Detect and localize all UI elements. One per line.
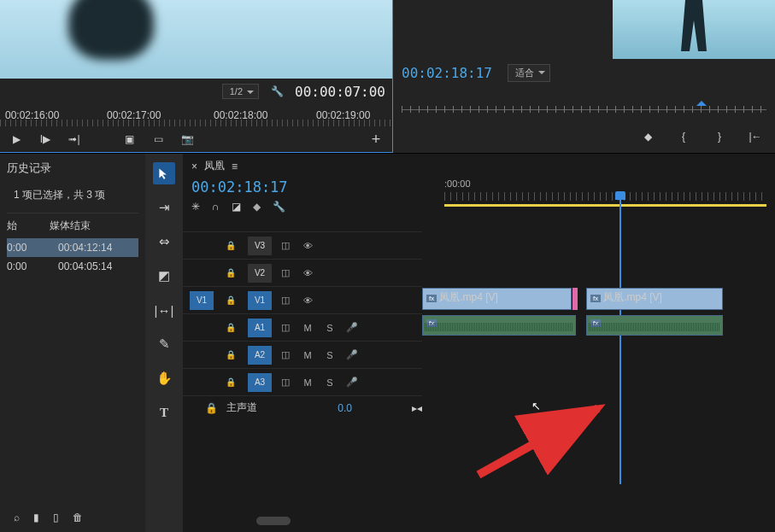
track-label[interactable]: A1	[248, 319, 272, 337]
ripple-edit-tool-icon[interactable]: ⇔	[153, 231, 175, 253]
play-icon[interactable]: ▶	[7, 130, 26, 149]
add-button-icon[interactable]: +	[367, 130, 385, 149]
overwrite-icon[interactable]: ▭	[149, 130, 167, 149]
history-title: 历史记录	[7, 161, 138, 176]
track-a1[interactable]: 🔒 A1 ◫ M S 🎤	[183, 313, 422, 341]
solo-button[interactable]: S	[321, 377, 338, 388]
pen-tool-icon[interactable]: ✎	[153, 333, 175, 355]
program-preview[interactable]	[613, 0, 775, 59]
master-track[interactable]: 🔒 主声道 0.0 ▸◂	[183, 395, 422, 419]
program-playhead-icon[interactable]	[696, 101, 707, 106]
tab-menu-icon[interactable]: ≡	[232, 161, 238, 172]
voice-over-icon[interactable]: 🎤	[343, 377, 361, 388]
media-header: 始 媒体结束	[7, 213, 138, 233]
source-preview[interactable]	[0, 0, 392, 79]
timeline-content[interactable]: fx凤凰.mp4 [V] fx凤凰.mp4 [V] fx fx	[422, 231, 775, 419]
toggle-output-icon[interactable]: 👁	[299, 268, 316, 278]
trash-icon[interactable]: 🗑	[73, 512, 83, 523]
track-label[interactable]: A2	[248, 346, 272, 365]
sync-lock-icon[interactable]: ◫	[277, 322, 294, 333]
audio-clip[interactable]: fx	[586, 315, 723, 336]
track-label[interactable]: A3	[248, 373, 272, 392]
hand-tool-icon[interactable]: ✋	[153, 367, 175, 389]
lock-icon[interactable]: 🔒	[219, 319, 243, 337]
snap-magnet-icon[interactable]: ∩	[212, 201, 220, 213]
lock-icon[interactable]: 🔒	[219, 264, 243, 283]
toggle-output-icon[interactable]: 👁	[299, 295, 316, 306]
list-item[interactable]: 0:00 00:04:12:14	[7, 238, 138, 257]
in-point-icon[interactable]: {	[674, 127, 693, 146]
track-headers: 🔒 V3 ◫ 👁 🔒 V2 ◫ 👁 V1 🔒 V1 ◫	[183, 231, 422, 419]
sync-lock-icon[interactable]: ◫	[277, 377, 294, 388]
track-select-tool-icon[interactable]: ⇥	[153, 196, 175, 219]
lock-icon[interactable]: 🔒	[205, 402, 218, 414]
insert-icon[interactable]: ▣	[120, 130, 138, 149]
program-timecode[interactable]: 00:02:18:17	[402, 65, 492, 81]
timeline-settings-icon[interactable]: 🔧	[273, 201, 285, 213]
search-icon[interactable]: ⌕	[14, 512, 20, 523]
voice-over-icon[interactable]: 🎤	[343, 349, 361, 360]
folder-icon[interactable]: ▮	[33, 512, 39, 523]
work-area-bar[interactable]	[444, 204, 766, 207]
sync-lock-icon[interactable]: ◫	[277, 295, 294, 306]
sync-lock-icon[interactable]: ◫	[277, 240, 294, 251]
lock-icon[interactable]: 🔒	[219, 373, 243, 392]
go-in-icon[interactable]: |←	[746, 127, 765, 146]
marker-add-icon[interactable]: ◆	[253, 201, 261, 213]
solo-button[interactable]: S	[321, 350, 338, 360]
source-ruler[interactable]: 00:02:16:00 00:02:17:00 00:02:18:00 00:0…	[0, 104, 392, 126]
video-clip[interactable]: fx凤凰.mp4 [V]	[586, 288, 723, 310]
col-end: 媒体结束	[50, 219, 91, 233]
toggle-output-icon[interactable]: 👁	[299, 241, 316, 251]
mute-button[interactable]: M	[299, 323, 316, 333]
lock-icon[interactable]: 🔒	[219, 237, 243, 255]
next-edit-icon[interactable]: ➟|	[65, 130, 84, 149]
sync-lock-icon[interactable]: ◫	[277, 267, 294, 278]
snap-nearest-icon[interactable]: ✳	[191, 201, 200, 213]
clip-gap[interactable]	[572, 288, 578, 310]
export-frame-icon[interactable]: 📷	[178, 130, 197, 149]
linked-selection-icon[interactable]: ◪	[232, 201, 241, 213]
master-volume[interactable]: 0.0	[338, 402, 352, 414]
new-item-icon[interactable]: ▯	[53, 512, 59, 523]
marker-icon[interactable]: ◆	[638, 127, 657, 146]
timeline-timecode[interactable]: 00:02:18:17	[191, 178, 414, 196]
voice-over-icon[interactable]: 🎤	[343, 322, 361, 333]
audio-clip[interactable]: fx	[422, 315, 576, 336]
type-tool-icon[interactable]: T	[153, 401, 175, 424]
video-clip[interactable]: fx凤凰.mp4 [V]	[422, 288, 572, 310]
sequence-tab[interactable]: 凤凰	[204, 159, 225, 173]
source-patch[interactable]: V1	[190, 291, 214, 310]
solo-button[interactable]: S	[321, 323, 338, 333]
close-tab-icon[interactable]: ×	[191, 161, 197, 172]
zoom-dropdown[interactable]: 1/2	[222, 84, 259, 99]
razor-tool-icon[interactable]: ◩	[153, 265, 175, 287]
track-label[interactable]: V2	[248, 264, 272, 283]
track-v3[interactable]: 🔒 V3 ◫ 👁	[183, 231, 422, 259]
lock-icon[interactable]: 🔒	[219, 291, 243, 310]
mute-button[interactable]: M	[299, 377, 316, 388]
program-monitor: 00:02:18:17 适合 ◆ { } |←	[393, 0, 775, 153]
fit-dropdown[interactable]: 适合	[508, 64, 550, 82]
track-label[interactable]: V3	[248, 237, 272, 255]
lock-icon[interactable]: 🔒	[219, 346, 243, 365]
expand-icon[interactable]: ▸◂	[412, 402, 422, 414]
settings-icon[interactable]: 🔧	[267, 82, 286, 101]
track-v2[interactable]: 🔒 V2 ◫ 👁	[183, 259, 422, 286]
slip-tool-icon[interactable]: |↔|	[153, 299, 175, 321]
mute-button[interactable]: M	[299, 350, 316, 360]
list-item[interactable]: 0:00 00:04:05:14	[7, 257, 138, 276]
out-point-icon[interactable]: }	[710, 127, 729, 146]
track-v1[interactable]: V1 🔒 V1 ◫ 👁	[183, 286, 422, 313]
track-label[interactable]: V1	[248, 291, 272, 310]
source-timecode[interactable]: 00:00:07:00	[295, 84, 385, 100]
timeline-panel: × 凤凰 ≡ 00:02:18:17 ✳ ∩ ◪ ◆ 🔧 :00:00	[183, 154, 775, 532]
selection-tool-icon[interactable]	[153, 162, 175, 184]
col-start: 始	[7, 219, 50, 233]
program-ruler[interactable]	[402, 96, 766, 120]
track-a3[interactable]: 🔒 A3 ◫ M S 🎤	[183, 368, 422, 395]
track-a2[interactable]: 🔒 A2 ◫ M S 🎤	[183, 341, 422, 368]
sync-lock-icon[interactable]: ◫	[277, 349, 294, 360]
timeline-scrollbar[interactable]	[256, 517, 291, 525]
step-fwd-icon[interactable]: I▶	[36, 130, 55, 149]
